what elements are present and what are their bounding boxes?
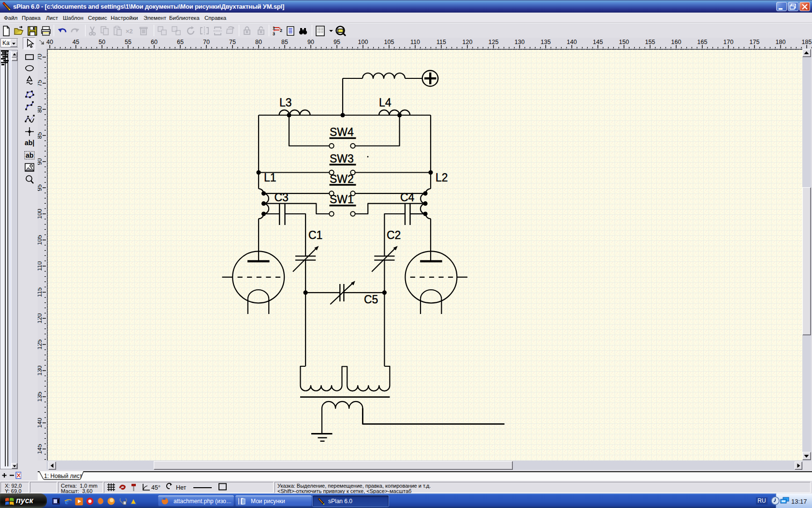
- svg-text:130: 130: [515, 39, 525, 45]
- svg-text:C4: C4: [400, 191, 415, 204]
- svg-text:165: 165: [697, 39, 708, 45]
- svg-text:85: 85: [281, 39, 288, 45]
- svg-text:2: 2: [280, 28, 282, 33]
- svg-text:SW4: SW4: [330, 126, 354, 138]
- svg-text:105: 105: [384, 39, 394, 45]
- svg-text:115: 115: [436, 39, 446, 45]
- svg-text:C2: C2: [387, 229, 401, 241]
- svg-text:1: 1: [273, 26, 275, 30]
- svg-text:×2: ×2: [126, 28, 133, 35]
- svg-text:110: 110: [38, 261, 43, 271]
- svg-text:70: 70: [38, 54, 43, 60]
- svg-text:SW3: SW3: [330, 152, 354, 165]
- svg-text:45: 45: [72, 39, 79, 45]
- svg-text:95: 95: [38, 184, 43, 191]
- svg-text:145: 145: [38, 444, 43, 454]
- svg-text:40: 40: [46, 39, 53, 45]
- svg-text:Нет: Нет: [176, 484, 187, 491]
- svg-text:90: 90: [38, 158, 43, 165]
- svg-text:90: 90: [307, 39, 314, 45]
- svg-text:ab: ab: [26, 151, 33, 159]
- svg-text:3: 3: [273, 31, 275, 36]
- svg-text:80: 80: [38, 106, 43, 113]
- svg-text:ab|: ab|: [25, 139, 34, 147]
- svg-text:L1: L1: [264, 171, 276, 184]
- svg-text:L2: L2: [435, 171, 448, 184]
- svg-text:95: 95: [334, 39, 340, 45]
- svg-text:170: 170: [724, 39, 734, 45]
- svg-text:SW2: SW2: [330, 173, 354, 185]
- svg-text:135: 135: [541, 39, 551, 45]
- svg-text:C5: C5: [364, 293, 378, 306]
- svg-text:120: 120: [463, 39, 473, 45]
- svg-text:130: 130: [38, 366, 43, 376]
- svg-text:145: 145: [593, 39, 603, 45]
- svg-text:120: 120: [38, 314, 43, 324]
- svg-text:45°: 45°: [151, 484, 160, 491]
- svg-text:175: 175: [750, 39, 760, 45]
- svg-text:140: 140: [38, 418, 43, 428]
- svg-text:SW1: SW1: [330, 193, 354, 206]
- svg-text:50: 50: [99, 39, 105, 45]
- svg-text:100: 100: [38, 209, 43, 219]
- svg-text:105: 105: [38, 235, 43, 245]
- svg-text:185: 185: [802, 39, 812, 45]
- svg-text:55: 55: [125, 39, 131, 45]
- svg-text:160: 160: [671, 39, 682, 45]
- svg-text:125: 125: [38, 340, 43, 350]
- svg-text:75: 75: [38, 80, 43, 87]
- svg-text:110: 110: [410, 39, 420, 45]
- svg-text:85: 85: [38, 132, 43, 139]
- svg-text:C3: C3: [275, 191, 289, 204]
- svg-text:125: 125: [489, 39, 499, 45]
- svg-text:135: 135: [38, 392, 43, 402]
- svg-text:140: 140: [567, 39, 577, 45]
- svg-text:C1: C1: [308, 229, 322, 241]
- svg-text:180: 180: [776, 39, 786, 45]
- svg-text:155: 155: [645, 39, 655, 45]
- svg-text:65: 65: [177, 39, 184, 45]
- svg-text:e: e: [65, 497, 69, 506]
- svg-text:L4: L4: [379, 96, 392, 109]
- svg-text:70: 70: [203, 39, 210, 45]
- svg-text:100: 100: [358, 39, 368, 45]
- svg-text:60: 60: [151, 39, 158, 45]
- svg-text:115: 115: [38, 287, 43, 297]
- svg-text:80: 80: [255, 39, 262, 45]
- svg-text:L3: L3: [279, 96, 292, 109]
- svg-text:150: 150: [619, 39, 629, 45]
- svg-text:75: 75: [229, 39, 236, 45]
